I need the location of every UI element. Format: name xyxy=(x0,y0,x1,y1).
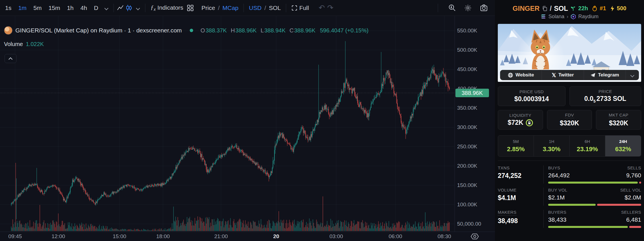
dex-name[interactable]: Raydium xyxy=(578,14,598,20)
price-tick-label: 250.00K xyxy=(457,144,477,150)
time-tick-label: 09:45 xyxy=(8,233,22,240)
timeframe-15m[interactable]: 15m xyxy=(45,3,64,13)
mcap-toggle-label: MCap xyxy=(222,5,238,11)
change-tab-24h[interactable]: 24H632% xyxy=(605,136,641,156)
timeframe-dropdown[interactable] xyxy=(102,4,111,12)
undo-icon[interactable]: ↶ xyxy=(317,4,326,12)
locked-liquidity-icon[interactable] xyxy=(526,119,533,126)
timeframe-1s[interactable]: 1s xyxy=(2,3,15,13)
stat-row-volume: VOLUME$4.1MBUY VOLSELL VOL$2.1M$2.0M xyxy=(498,185,641,207)
ohlc-item: H388.96K xyxy=(231,27,257,34)
liquidity-value: $72K xyxy=(508,119,523,126)
chevron-up-icon xyxy=(9,57,13,61)
price-tick-label: 550.00K xyxy=(457,28,477,34)
chart-toolbar: 1s1m5m15m1h4hD ƒx Indicators Price / MCa… xyxy=(0,0,495,16)
twitter-button[interactable]: 𝕏 Twitter xyxy=(542,70,584,80)
collapse-legend-button[interactable] xyxy=(5,54,16,63)
chevron-down-icon xyxy=(630,73,634,77)
price-tick-label: 100.00K xyxy=(457,201,477,208)
fullscreen-button[interactable]: Full xyxy=(288,3,312,13)
candlestick-chart[interactable]: GINGER/SOL (Market Cap) on Raydium · 1 ·… xyxy=(0,16,455,232)
telegram-icon xyxy=(590,72,596,78)
timeframe-4h[interactable]: 4h xyxy=(77,3,90,13)
copy-icon[interactable] xyxy=(542,6,548,11)
chevron-down-icon xyxy=(104,6,108,10)
price-native-box: PRICE 0.052733 SOL xyxy=(569,86,641,106)
price-toggle-label: Price xyxy=(201,5,215,11)
chain-name[interactable]: Solana xyxy=(548,14,564,20)
telegram-button[interactable]: Telegram xyxy=(584,70,626,80)
settings-gear-icon[interactable] xyxy=(464,4,472,12)
change-tab-6h[interactable]: 6H23.19% xyxy=(570,136,606,156)
pair-stats: TXNS274,252BUYSSELLS264,4929,760VOLUME$4… xyxy=(498,161,641,229)
pair-age: 22h xyxy=(578,5,588,12)
time-tick-label: 12:00 xyxy=(51,233,65,240)
chart-title: GINGER/SOL (Market Cap) on Raydium · 1 ·… xyxy=(15,27,182,34)
stat-row-makers: MAKERS38,498BUYERSSELLERS38,4336,481 xyxy=(498,207,641,229)
price-mcap-toggle[interactable]: Price / MCap xyxy=(199,3,241,13)
fdv-value: $320K xyxy=(560,119,579,127)
globe-icon xyxy=(508,72,513,78)
chart-canvas xyxy=(0,16,455,232)
volume-legend: Volume1.022K xyxy=(4,41,44,47)
scales-eye-icon[interactable] xyxy=(470,233,479,240)
fdv-box[interactable]: FDV $320K xyxy=(547,110,592,130)
change-tab-5m[interactable]: 5M2.85% xyxy=(498,136,534,156)
x-twitter-icon: 𝕏 xyxy=(552,72,556,78)
chart-type-dropdown[interactable] xyxy=(133,4,143,12)
layout-grid-icon[interactable] xyxy=(186,4,195,12)
price-usd-value: $0.0003914 xyxy=(514,95,549,103)
social-links-bar: Website 𝕏 Twitter Telegram xyxy=(500,70,639,80)
fx-icon: ƒx xyxy=(150,4,156,12)
change-tab-1h[interactable]: 1H3.30% xyxy=(534,136,570,156)
ohlc-item: C388.96K xyxy=(290,27,315,34)
time-tick-label: 06:00 xyxy=(389,233,402,240)
website-button[interactable]: Website xyxy=(500,70,542,80)
price-native-value: 0.052733 SOL xyxy=(584,95,626,103)
price-tick-label: 300.00K xyxy=(457,124,477,130)
timeframe-5m[interactable]: 5m xyxy=(30,3,45,13)
price-tick-label: 450.00K xyxy=(457,66,477,72)
quote-token-symbol: SOL xyxy=(554,5,568,13)
trending-rank: #1 xyxy=(600,5,606,12)
stat-row-txns: TXNS274,252BUYSSELLS264,4929,760 xyxy=(498,163,641,185)
price-change-tabs: 5M2.85%1H3.30%6H23.19%24H632% xyxy=(498,135,641,157)
time-tick-label: 18:00 xyxy=(156,233,170,240)
indicators-button[interactable]: ƒx Indicators xyxy=(148,2,186,13)
quick-search-icon[interactable] xyxy=(448,4,456,12)
time-axis[interactable]: 09:4512:0015:0018:0021:002003:0006:0008:… xyxy=(0,232,455,241)
liquidity-box: LIQUIDITY $72K xyxy=(498,110,543,130)
price-tick-label: 150.00K xyxy=(457,182,477,188)
time-tick-label: 08:30 xyxy=(437,233,451,240)
usd-sol-toggle[interactable]: USD / SOL xyxy=(246,3,284,13)
screenshot-camera-icon[interactable] xyxy=(480,4,488,12)
mktcap-box[interactable]: MKT CAP $320K xyxy=(596,110,641,130)
base-token-symbol: GINGER xyxy=(513,5,540,13)
trending-flame-icon xyxy=(592,5,597,12)
timeframe-1m[interactable]: 1m xyxy=(15,3,30,13)
timeframe-D[interactable]: D xyxy=(90,3,102,13)
timeframe-1h[interactable]: 1h xyxy=(63,3,77,13)
pair-avatar xyxy=(4,26,13,35)
time-tick-label: 21:00 xyxy=(214,233,228,240)
ohlc-item: 596.4047 (+0.15%) xyxy=(319,27,369,34)
raydium-dex-icon xyxy=(571,14,576,19)
price-tick-label: 200.00K xyxy=(457,163,477,169)
redo-icon[interactable]: ↷ xyxy=(326,4,335,12)
sol-toggle-label: SOL xyxy=(269,5,281,11)
price-tick-label: 350.00K xyxy=(457,105,477,111)
price-tick-label: 500.00K xyxy=(457,47,477,53)
candlestick-chart-type-icon[interactable] xyxy=(125,4,133,12)
price-tick-label: 50,000.00 xyxy=(457,221,481,227)
chevron-down-icon xyxy=(136,6,140,10)
timeframe-group: 1s1m5m15m1h4hD xyxy=(2,3,102,13)
token-header: GINGER / SOL 22h #1 500 Solana › Raydium xyxy=(498,0,641,24)
price-axis[interactable]: 550.00K500.00K450.00K400.00K350.00K300.0… xyxy=(455,16,495,232)
time-tick-label: 20 xyxy=(273,233,279,240)
token-banner-image: Website 𝕏 Twitter Telegram xyxy=(498,24,641,82)
seedling-icon xyxy=(570,6,576,11)
line-chart-type-icon[interactable] xyxy=(116,4,125,12)
ohlc-item: O388.37K xyxy=(201,27,227,34)
time-tick-label: 15:00 xyxy=(113,233,126,240)
more-links-button[interactable] xyxy=(626,70,639,80)
